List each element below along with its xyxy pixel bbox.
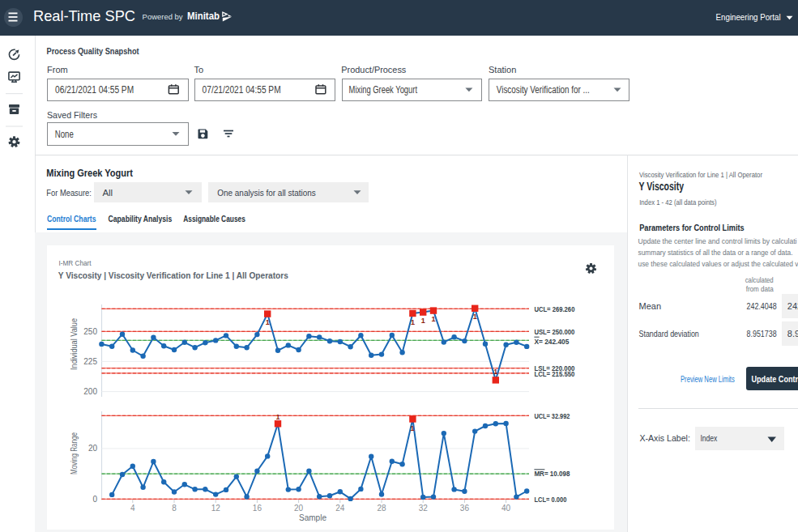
svg-text:X-Axis Label:: X-Axis Label: (639, 433, 690, 443)
svg-text:Saved Filters: Saved Filters (47, 110, 97, 120)
svg-text:Preview New Limits: Preview New Limits (681, 375, 735, 384)
svg-text:Station: Station (489, 65, 516, 74)
svg-text:Process Quality Snapshot: Process Quality Snapshot (47, 46, 139, 56)
svg-text:From: From (47, 65, 68, 74)
svg-text:use these calculated values or: use these calculated values or adjust th… (638, 259, 798, 268)
svg-text:Index 1 - 42 (all data points): Index 1 - 42 (all data points) (639, 198, 716, 206)
svg-text:8.951738: 8.951738 (747, 329, 777, 338)
svg-text:Standard deviation: Standard deviation (639, 329, 699, 338)
svg-text:Product/Process: Product/Process (341, 65, 406, 74)
svg-text:Mean: Mean (639, 301, 662, 311)
svg-text:calculated: calculated (745, 275, 774, 284)
svg-text:Capability Analysis: Capability Analysis (109, 214, 173, 223)
svg-text:from data: from data (746, 284, 775, 293)
svg-text:Update the center line and con: Update the center line and control limit… (638, 236, 797, 245)
svg-text:Y Viscosity: Y Viscosity (639, 180, 685, 193)
svg-text:Parameters for Control Limits: Parameters for Control Limits (639, 223, 745, 232)
svg-text:Viscosity Verification for Lin: Viscosity Verification for Line 1 | All … (639, 170, 762, 179)
svg-text:Control Charts: Control Charts (47, 214, 96, 223)
svg-text:Mixing Greek Yogurt: Mixing Greek Yogurt (46, 168, 133, 179)
svg-text:For Measure:: For Measure: (46, 188, 92, 198)
svg-text:242.4048: 242.4048 (747, 301, 777, 311)
svg-text:Assignable Causes: Assignable Causes (183, 214, 245, 223)
svg-text:To: To (194, 65, 204, 74)
svg-text:summary statistics of all the: summary statistics of all the data or a … (638, 248, 793, 257)
